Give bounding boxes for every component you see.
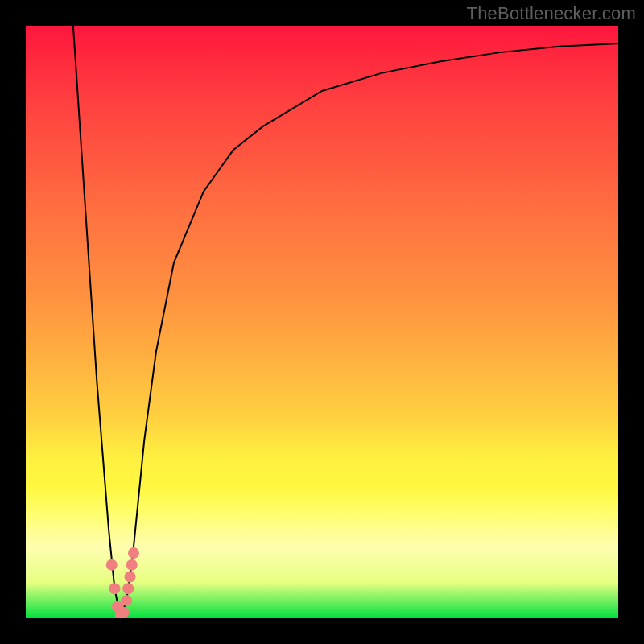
plot-area [26, 26, 618, 618]
highlight-dot [126, 559, 138, 571]
highlight-dot [109, 583, 120, 594]
attribution-text: TheBottlenecker.com [467, 3, 636, 24]
highlight-dot [125, 571, 136, 582]
curve-svg [26, 26, 618, 618]
highlight-dot [118, 607, 129, 618]
highlight-dot [122, 583, 134, 594]
highlight-dot [128, 547, 139, 559]
highlight-dot [121, 595, 132, 606]
chart-frame: TheBottlenecker.com [0, 0, 644, 644]
highlight-dot [106, 559, 118, 571]
bottleneck-curve-path [73, 26, 618, 618]
